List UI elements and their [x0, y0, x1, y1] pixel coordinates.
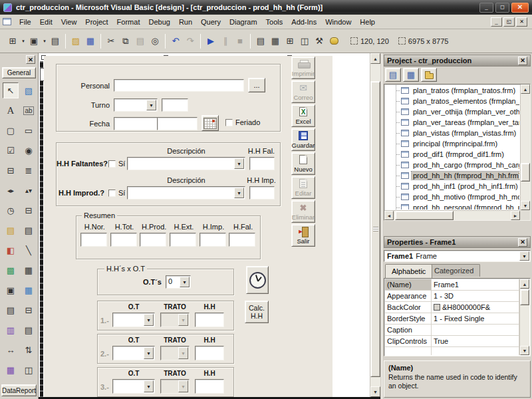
fecha-input-2[interactable] — [157, 117, 198, 130]
listbox-tool[interactable]: ≣ — [21, 162, 37, 178]
start-button[interactable]: ▶ — [203, 34, 218, 49]
pointer-tool[interactable]: ↖ — [3, 82, 19, 98]
project-tree-item[interactable]: principal (frmprincipal.frm) — [385, 138, 519, 149]
minimize-button[interactable]: _ — [479, 3, 493, 13]
datagrid-tool[interactable]: ▦ — [21, 282, 37, 298]
project-tree-item[interactable]: prod_hh_motivo (frmprod_hh_motivo.fr — [385, 192, 519, 202]
property-row[interactable]: Caption — [385, 325, 519, 336]
paste-button[interactable]: ▤ — [133, 34, 148, 49]
project-tree-vscrollbar[interactable]: ▲ ▼ — [520, 84, 530, 210]
object-selector[interactable]: Frame1 Frame ▾ — [384, 250, 531, 262]
form-prod-hh-hh[interactable]: Personal ... Turno ▾ Fecha Feriado Descr… — [44, 56, 332, 397]
copy-button[interactable]: ⧉ — [118, 34, 133, 49]
hscrollbar-tool[interactable]: ◂▸ — [3, 182, 19, 198]
project-panel-close-icon[interactable]: ✕ — [518, 57, 527, 65]
scroll-up-button[interactable]: ▲ — [520, 279, 529, 289]
scroll-down-button[interactable]: ▼ — [370, 386, 380, 397]
hh-fal-input[interactable] — [249, 157, 275, 170]
project-tree-item[interactable]: prod_hh_cargo (frmprod_hh_cargo.frm — [385, 160, 519, 170]
hh-input-2[interactable] — [195, 346, 224, 360]
designer-vscrollbar[interactable]: ▲ ▼ — [370, 53, 380, 397]
hh-input-1[interactable] — [195, 313, 224, 327]
end-button[interactable]: ■ — [233, 34, 247, 49]
combo-arrow-icon[interactable]: ▾ — [146, 100, 156, 110]
vscrollbar-tool[interactable]: ▴▾ — [21, 182, 37, 198]
trato-combobox-2[interactable]: ▾ — [160, 346, 190, 360]
sstab-tool[interactable]: ◫ — [21, 362, 37, 378]
ot-combobox-3[interactable]: ▾ — [112, 379, 155, 394]
eliminar-button[interactable]: ✖Eliminar — [291, 200, 315, 223]
textbox-tool[interactable]: ab — [21, 102, 37, 118]
scroll-thumb[interactable] — [520, 289, 529, 305]
scroll-thumb[interactable] — [370, 81, 380, 377]
personal-browse-button[interactable]: ... — [248, 78, 265, 92]
combo-arrow-icon[interactable]: ▾ — [178, 314, 188, 326]
himp-input[interactable] — [200, 233, 226, 247]
combo-arrow-icon[interactable]: ▾ — [144, 314, 154, 326]
mdi-close-button[interactable]: ✕ — [516, 17, 527, 27]
project-tree-item[interactable]: plan_ver_othija (frmplan_ver_othija.frm — [385, 106, 519, 117]
properties-vscrollbar[interactable]: ▲ ▼ — [519, 279, 529, 355]
nuevo-button[interactable]: Nuevo — [291, 152, 315, 175]
image-tool[interactable]: ▩ — [3, 262, 19, 278]
menu-tools[interactable]: Tools — [262, 17, 287, 27]
find-button[interactable]: ◎ — [148, 34, 162, 49]
scroll-down-button[interactable]: ▼ — [520, 346, 529, 355]
property-row[interactable]: (Name)Frame1 — [385, 279, 519, 291]
hext-input[interactable] — [170, 233, 196, 247]
properties-window-button[interactable]: ▦ — [268, 34, 283, 49]
form-layout-window-button[interactable]: ⊞ — [283, 34, 297, 49]
break-button[interactable]: ∥ — [218, 34, 233, 49]
shape-tool[interactable]: ◧ — [3, 242, 19, 258]
scroll-thumb[interactable] — [395, 211, 454, 220]
scroll-up-button[interactable]: ▲ — [521, 84, 530, 94]
improd-desc-combobox[interactable]: ▾ — [127, 186, 245, 200]
picturebox-tool[interactable]: ▧ — [21, 82, 37, 98]
redo-button[interactable]: ↷ — [183, 34, 198, 49]
timer-tool[interactable]: ◷ — [3, 202, 19, 218]
hh-input-3[interactable] — [195, 379, 224, 394]
editar-button[interactable]: Editar — [291, 176, 315, 199]
salir-button[interactable]: ►Salir — [291, 224, 315, 247]
project-tree-item[interactable]: plan_tratos_elementos (frmplan_tratos — [385, 96, 519, 106]
menu-editor-button[interactable]: ▤ — [48, 34, 63, 49]
project-tree-hscrollbar[interactable]: ◄ ► — [384, 210, 520, 220]
object-selector-arrow-icon[interactable]: ▾ — [519, 251, 529, 261]
project-tree-item-selected[interactable]: prod_hh_hh (frmprod_hh_hh.frm) — [385, 170, 519, 181]
fecha-input-1[interactable] — [114, 117, 158, 130]
scroll-thumb[interactable] — [521, 163, 530, 182]
toolbox-tab-general[interactable]: General — [2, 67, 36, 78]
combo-arrow-icon[interactable]: ▾ — [144, 347, 154, 359]
scroll-down-button[interactable]: ▼ — [521, 201, 530, 210]
project-tree-item[interactable]: prod_hh_personal (frmprod_hh_person — [385, 202, 519, 209]
menu-edit[interactable]: Edit — [36, 17, 57, 27]
hfal-input[interactable] — [229, 233, 255, 247]
menu-addins[interactable]: Add-Ins — [287, 17, 321, 27]
mdi-restore-button[interactable]: ◱ — [503, 17, 515, 27]
clock-button[interactable] — [246, 266, 269, 294]
toolbox-close-icon[interactable]: ✕ — [26, 55, 35, 64]
menu-help[interactable]: Help — [356, 17, 379, 27]
excel-button[interactable]: XExcel — [291, 104, 315, 127]
optionbutton-tool[interactable]: ◉ — [21, 142, 37, 158]
datalist-tool[interactable]: ▤ — [3, 302, 19, 318]
dbgrid-tool[interactable]: ▥ — [3, 322, 19, 338]
slider-tool[interactable]: ↔ — [3, 342, 19, 358]
property-row[interactable]: Appearance1 - 3D — [385, 291, 519, 302]
dirlistbox-tool[interactable]: ▤ — [3, 222, 19, 238]
ole-tool[interactable]: ▣ — [3, 282, 19, 298]
checkbox-icon[interactable] — [225, 119, 233, 126]
calc-hh-button[interactable]: Calc. H.H — [245, 301, 269, 323]
combobox-tool[interactable]: ⊟ — [3, 162, 19, 178]
menu-project[interactable]: Project — [81, 17, 112, 27]
menu-debug[interactable]: Debug — [144, 17, 174, 27]
trato-combobox-3[interactable]: ▾ — [160, 379, 190, 394]
menu-window[interactable]: Window — [321, 17, 355, 27]
combo-arrow-icon[interactable]: ▾ — [234, 188, 244, 198]
personal-input[interactable] — [114, 79, 244, 92]
updown-tool[interactable]: ⇅ — [21, 342, 37, 358]
faltantes-desc-combobox[interactable]: ▾ — [127, 157, 245, 170]
project-explorer-button[interactable]: ▤ — [253, 34, 268, 49]
menu-query[interactable]: Query — [197, 17, 225, 27]
combo-arrow-icon[interactable]: ▾ — [234, 158, 244, 169]
